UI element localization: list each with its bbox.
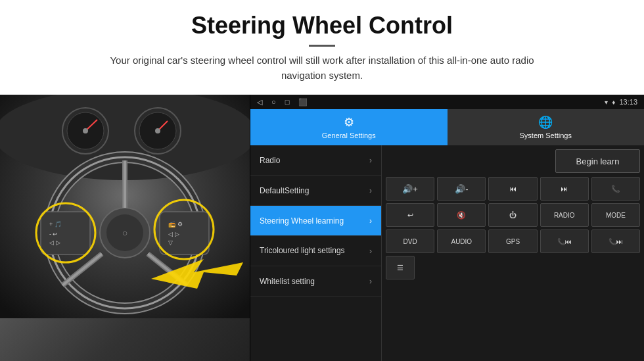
phone-prev-icon: 📞⏮ — [557, 238, 572, 245]
home-icon[interactable]: ○ — [271, 98, 276, 107]
svg-rect-22 — [41, 212, 90, 254]
system-settings-icon: 🌐 — [538, 115, 553, 130]
svg-point-9 — [155, 128, 160, 133]
signal-icon: ♦ — [612, 99, 615, 106]
mute-button[interactable]: 🔇 — [437, 203, 486, 227]
empty-space — [386, 149, 553, 173]
general-settings-icon: ⚙ — [344, 115, 354, 130]
prev-icon: ⏮ — [509, 185, 517, 193]
chevron-icon: › — [369, 216, 372, 226]
menu-icon[interactable]: ⬛ — [298, 98, 308, 107]
svg-text:◁ ▷: ◁ ▷ — [49, 239, 60, 246]
vol-up-button[interactable]: 🔊+ — [386, 177, 434, 201]
svg-text:-   ↩: - ↩ — [49, 231, 58, 237]
next-icon: ⏭ — [561, 185, 568, 193]
phone-next-button[interactable]: 📞⏭ — [591, 229, 640, 253]
wifi-icon: ▾ — [605, 99, 608, 106]
android-panel: ◁ ○ □ ⬛ ▾ ♦ 13:13 ⚙ General Settings — [250, 95, 644, 361]
recents-icon[interactable]: □ — [285, 98, 290, 107]
next-track-button[interactable]: ⏭ — [540, 177, 589, 201]
back-icon[interactable]: ◁ — [257, 98, 262, 107]
menu-item-radio[interactable]: Radio › — [250, 145, 381, 176]
status-bar-right: ▾ ♦ 13:13 — [605, 98, 637, 106]
menu-area: Radio › DefaultSetting › Steering Wheel … — [250, 145, 644, 361]
menu-item-tricoloured-label: Tricoloured light settings — [260, 246, 345, 256]
svg-rect-26 — [160, 212, 209, 254]
chevron-icon: › — [369, 277, 372, 286]
svg-point-5 — [83, 128, 88, 133]
menu-item-steering[interactable]: Steering Wheel learning › — [250, 206, 381, 236]
svg-text:◁ ▷: ◁ ▷ — [168, 231, 179, 237]
tab-system[interactable]: 🌐 System Settings — [448, 109, 645, 145]
power-button[interactable]: ⏻ — [488, 203, 537, 227]
svg-text:📻  ⚙: 📻 ⚙ — [168, 220, 183, 228]
menu-item-default-label: DefaultSetting — [260, 186, 309, 195]
menu-list-button[interactable]: ☰ — [386, 256, 415, 279]
gps-label: GPS — [506, 238, 520, 245]
begin-learn-button[interactable]: Begin learn — [555, 149, 640, 173]
svg-text:○: ○ — [122, 228, 127, 238]
status-bar-nav: ◁ ○ □ ⬛ — [257, 98, 308, 107]
prev-track-button[interactable]: ⏮ — [488, 177, 537, 201]
radio-label: RADIO — [554, 212, 575, 219]
phone-icon: 📞 — [611, 185, 620, 193]
tab-general-label: General Settings — [322, 132, 376, 139]
phone-prev-button[interactable]: 📞⏮ — [540, 229, 589, 253]
radio-button[interactable]: RADIO — [540, 203, 589, 227]
vol-down-button[interactable]: 🔊- — [437, 177, 486, 201]
mode-button[interactable]: MODE — [591, 203, 640, 227]
subtitle: Your original car's steering wheel contr… — [92, 53, 552, 83]
title-divider — [309, 45, 335, 47]
return-icon: ↩ — [407, 211, 413, 220]
dvd-label: DVD — [403, 238, 417, 245]
status-bar: ◁ ○ □ ⬛ ▾ ♦ 13:13 — [250, 95, 644, 109]
page-title: Steering Wheel Control — [39, 12, 605, 39]
header-section: Steering Wheel Control Your original car… — [0, 0, 644, 89]
tab-general[interactable]: ⚙ General Settings — [250, 109, 448, 145]
control-row-3: ↩ 🔇 ⏻ RADIO MODE — [386, 203, 640, 227]
clock: 13:13 — [619, 98, 637, 106]
control-row-2: 🔊+ 🔊- ⏮ ⏭ 📞 — [386, 177, 640, 201]
vol-up-icon: 🔊+ — [402, 184, 418, 194]
gps-button[interactable]: GPS — [488, 229, 537, 253]
phone-next-icon: 📞⏭ — [609, 238, 623, 245]
menu-list-icon: ☰ — [397, 264, 403, 272]
tab-bar: ⚙ General Settings 🌐 System Settings — [250, 109, 644, 145]
chevron-icon: › — [369, 186, 372, 195]
svg-text:+  🎵: + 🎵 — [49, 220, 62, 228]
car-image-panel: ○ + 🎵 - ↩ ◁ ▷ 📻 ⚙ ◁ — [0, 95, 250, 361]
svg-text:▽: ▽ — [168, 239, 173, 246]
control-row-4: DVD AUDIO GPS 📞⏮ 📞⏭ — [386, 229, 640, 253]
menu-item-steering-label: Steering Wheel learning — [260, 216, 344, 226]
menu-item-default[interactable]: DefaultSetting › — [250, 176, 381, 206]
control-row-5: ☰ — [386, 256, 640, 279]
control-row-1: Begin learn — [386, 149, 640, 173]
menu-item-radio-label: Radio — [260, 156, 280, 165]
return-button[interactable]: ↩ — [386, 203, 434, 227]
audio-button[interactable]: AUDIO — [437, 229, 486, 253]
dvd-button[interactable]: DVD — [386, 229, 434, 253]
tab-system-label: System Settings — [520, 132, 572, 139]
menu-item-whitelist[interactable]: Whitelist setting › — [250, 266, 381, 297]
content-section: ○ + 🎵 - ↩ ◁ ▷ 📻 ⚙ ◁ — [0, 95, 644, 361]
vol-down-icon: 🔊- — [455, 184, 468, 194]
menu-item-tricoloured[interactable]: Tricoloured light settings › — [250, 236, 381, 266]
menu-list: Radio › DefaultSetting › Steering Wheel … — [250, 145, 382, 361]
power-icon: ⏻ — [509, 211, 517, 219]
mute-icon: 🔇 — [457, 211, 466, 220]
audio-label: AUDIO — [451, 238, 472, 245]
menu-item-whitelist-label: Whitelist setting — [260, 277, 315, 286]
chevron-icon: › — [369, 156, 372, 165]
control-grid: Begin learn 🔊+ 🔊- ⏮ — [382, 145, 644, 361]
mode-label: MODE — [606, 212, 626, 219]
phone-button[interactable]: 📞 — [591, 177, 640, 201]
chevron-icon: › — [369, 247, 372, 256]
